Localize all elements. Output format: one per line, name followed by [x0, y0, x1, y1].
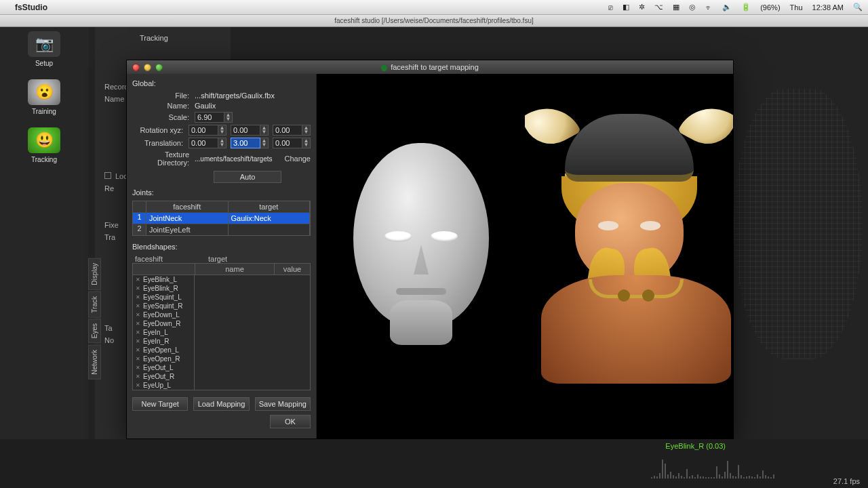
save-mapping-button[interactable]: Save Mapping: [255, 397, 311, 411]
tab-track[interactable]: Track: [88, 291, 101, 318]
spotlight-icon[interactable]: 🔍: [853, 3, 863, 12]
list-item[interactable]: EyeIn_R: [133, 337, 194, 346]
blendshapes-section: Blendshapes:: [132, 243, 311, 251]
rot-z-stepper[interactable]: ▲▼: [273, 125, 311, 136]
tab-eyes[interactable]: Eyes: [88, 319, 101, 343]
zoom-icon[interactable]: [155, 64, 163, 71]
rot-y-stepper[interactable]: ▲▼: [231, 125, 269, 136]
source-head-pane[interactable]: [317, 74, 525, 439]
list-item[interactable]: EyeDown_R: [133, 319, 194, 328]
target-head-pane[interactable]: [525, 74, 733, 439]
current-blendshape-readout: EyeBlink_R (0.03): [665, 442, 726, 450]
tab-display[interactable]: Display: [88, 258, 101, 290]
load-mapping-button[interactable]: Load Mapping: [193, 397, 249, 411]
menu-extra-icon[interactable]: ◧: [623, 3, 629, 12]
file-value: ...shift/targets/Gaulix.fbx: [195, 92, 311, 100]
global-section: Global:: [132, 79, 311, 87]
rot-x-stepper[interactable]: ▲▼: [189, 125, 226, 136]
list-item[interactable]: EyeBlink_R: [133, 284, 194, 293]
list-item[interactable]: EyeUp_L: [133, 381, 194, 390]
clock-time: 12:38 AM: [812, 3, 844, 12]
trans-z-stepper[interactable]: ▲▼: [273, 138, 311, 148]
fps-readout: 27.1 fps: [833, 477, 860, 485]
list-item[interactable]: EyeOut_R: [133, 372, 194, 381]
minimize-icon[interactable]: [144, 64, 151, 71]
mapping-dialog: faceshift to target mapping Global: File…: [126, 60, 734, 439]
list-item[interactable]: EyeIn_L: [133, 328, 194, 337]
clock-day: Thu: [790, 3, 803, 12]
side-tabs: Display Track Eyes Network: [88, 258, 101, 380]
new-target-button[interactable]: New Target: [132, 397, 188, 411]
dialog-title: faceshift to target mapping: [391, 63, 479, 71]
mapping-form: Global: File: ...shift/targets/Gaulix.fb…: [127, 74, 317, 439]
face-icon: 😮: [28, 79, 60, 105]
wireframe-head: [734, 88, 863, 359]
mode-rail: 📷 Setup 😮 Training 😃 Tracking: [0, 27, 88, 488]
joints-table[interactable]: faceshift target 1 JointNeck Gaulix:Neck…: [132, 201, 311, 236]
mac-menubar: fsStudio ⎚ ◧ ✲ ⌥ ▦ ◎ ᯤ 🔈 🔋 (96%) Thu 12:…: [0, 0, 868, 15]
volume-icon[interactable]: 🔈: [722, 3, 732, 12]
ok-button[interactable]: OK: [270, 415, 311, 428]
blendshapes-list[interactable]: EyeBlink_LEyeBlink_REyeSquint_LEyeSquint…: [132, 275, 195, 390]
battery-icon[interactable]: 🔋: [741, 3, 751, 12]
joints-section: Joints:: [132, 188, 311, 197]
menu-extra-icon[interactable]: ◎: [689, 3, 696, 12]
rail-setup[interactable]: 📷 Setup: [0, 31, 88, 67]
scale-stepper[interactable]: ▲▼: [195, 112, 233, 123]
menu-extra-icon[interactable]: ⎚: [608, 3, 613, 12]
list-item[interactable]: EyeOpen_R: [133, 354, 194, 363]
tab-network[interactable]: Network: [88, 345, 101, 380]
list-item[interactable]: EyeDown_L: [133, 310, 194, 319]
tracking-icon: 😃: [28, 127, 60, 153]
change-button[interactable]: Change: [284, 155, 311, 163]
trans-x-stepper[interactable]: ▲▼: [189, 138, 226, 148]
rail-training[interactable]: 😮 Training: [0, 79, 88, 115]
dialog-titlebar[interactable]: faceshift to target mapping: [127, 60, 733, 74]
list-item[interactable]: EyeSquint_L: [133, 293, 194, 302]
menu-extra-icon[interactable]: ✲: [639, 3, 645, 12]
list-item[interactable]: EyeUp_R: [133, 390, 194, 390]
status-footer: EyeBlink_R (0.03) 27.1 fps: [0, 439, 868, 488]
battery-percent: (96%): [760, 3, 780, 12]
menu-extra-icon[interactable]: ⌥: [654, 3, 663, 12]
activity-graph: [651, 451, 827, 479]
texdir-value: ...uments/faceshift/targets: [195, 155, 277, 163]
window-title: faceshift studio [/Users/weise/Documents…: [0, 15, 868, 27]
menu-extra-icon[interactable]: ▦: [673, 3, 679, 12]
wifi-icon[interactable]: ᯤ: [705, 3, 713, 12]
auto-button[interactable]: Auto: [214, 171, 281, 183]
preview-viewport[interactable]: [317, 74, 733, 439]
menubar-status-area: ⎚ ◧ ✲ ⌥ ▦ ◎ ᯤ 🔈 🔋 (96%) Thu 12:38 AM 🔍: [608, 3, 863, 12]
list-item[interactable]: EyeBlink_L: [133, 275, 194, 284]
table-row[interactable]: 2 JointEyeLeft: [133, 224, 310, 235]
list-item[interactable]: EyeOut_L: [133, 363, 194, 372]
app-name[interactable]: fsStudio: [15, 3, 47, 12]
table-row[interactable]: 1 JointNeck Gaulix:Neck: [133, 212, 310, 224]
blendshapes-target-grid[interactable]: [195, 275, 311, 390]
close-icon[interactable]: [132, 64, 140, 71]
camera-icon: 📷: [28, 31, 60, 57]
list-item[interactable]: EyeOpen_L: [133, 346, 194, 354]
rail-tracking[interactable]: 😃 Tracking: [0, 127, 88, 163]
trans-y-stepper[interactable]: ▲▼: [231, 138, 269, 148]
list-item[interactable]: EyeSquint_R: [133, 302, 194, 310]
name-value: Gaulix: [195, 102, 311, 110]
